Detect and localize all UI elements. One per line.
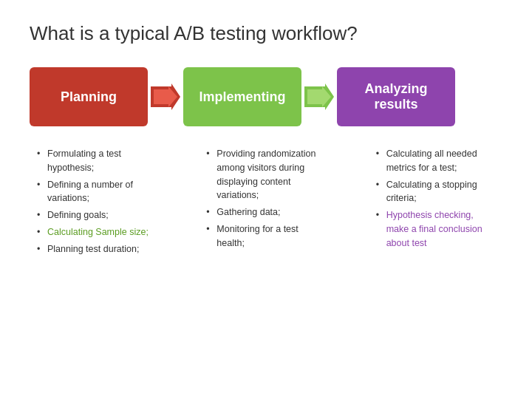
page: What is a typical A/B testing workflow? … xyxy=(0,0,532,399)
stage-planning: Planning xyxy=(30,67,148,126)
list-item: Monitoring for a test health; xyxy=(206,222,325,250)
list-item: Defining a number of variations; xyxy=(37,178,156,206)
list-item: Defining goals; xyxy=(37,208,156,222)
implementing-content: Providing randomization among visitors d… xyxy=(199,147,332,259)
list-item: Formulating a test hypothesis; xyxy=(37,147,156,175)
stage-analyzing: Analyzing results xyxy=(337,67,455,126)
list-item: Calculating all needed metrics for a tes… xyxy=(376,147,495,175)
col-spacer-1 xyxy=(163,147,199,259)
list-item: Providing randomization among visitors d… xyxy=(206,147,325,202)
planning-content: Formulating a test hypothesis; Defining … xyxy=(30,147,163,259)
implementing-list: Providing randomization among visitors d… xyxy=(206,147,325,250)
list-item: Planning test duration; xyxy=(37,242,156,256)
arrow-2 xyxy=(301,82,337,112)
workflow-stages: Planning Implementing Analyzing results xyxy=(30,67,502,126)
analyzing-content: Calculating all needed metrics for a tes… xyxy=(369,147,502,259)
col-spacer-2 xyxy=(333,147,369,259)
list-item: Calculating Sample size; xyxy=(37,225,156,239)
list-item: Gathering data; xyxy=(206,205,325,219)
planning-list: Formulating a test hypothesis; Defining … xyxy=(37,147,156,256)
page-title: What is a typical A/B testing workflow? xyxy=(30,22,502,45)
content-columns: Formulating a test hypothesis; Defining … xyxy=(30,147,502,259)
arrow-1 xyxy=(148,82,183,112)
analyzing-list: Calculating all needed metrics for a tes… xyxy=(376,147,495,250)
list-item: Hypothesis checking, make a final conclu… xyxy=(376,208,495,250)
list-item: Calculating a stopping criteria; xyxy=(376,178,495,206)
stage-implementing: Implementing xyxy=(183,67,301,126)
